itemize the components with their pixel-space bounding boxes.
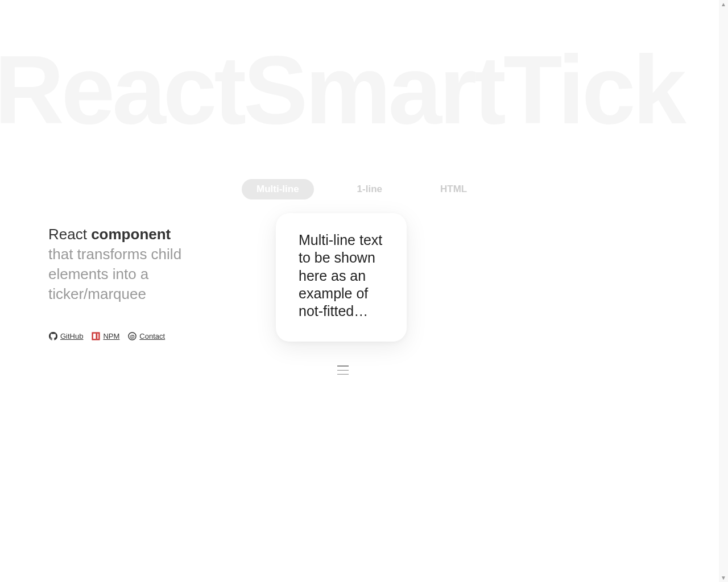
description-prefix: React xyxy=(48,226,91,243)
svg-text:@: @ xyxy=(130,334,135,339)
right-panel: Multi-line 1-line HTML Multi-line text t… xyxy=(196,179,728,375)
contact-label: Contact xyxy=(139,332,165,340)
npm-icon xyxy=(91,331,100,340)
github-icon xyxy=(48,331,57,340)
content-wrapper: React component that transforms child el… xyxy=(0,0,728,375)
description-bold: component xyxy=(91,226,171,243)
tabs: Multi-line 1-line HTML xyxy=(242,179,728,199)
npm-link[interactable]: NPM xyxy=(91,331,119,340)
github-label: GitHub xyxy=(60,332,83,340)
description: React component that transforms child el… xyxy=(48,225,196,304)
menu-line xyxy=(337,370,349,371)
tab-one-line[interactable]: 1-line xyxy=(342,179,397,199)
example-card: Multi-line text to be shown here as an e… xyxy=(276,213,407,342)
menu-icon[interactable] xyxy=(337,365,349,375)
tab-multi-line[interactable]: Multi-line xyxy=(242,179,314,199)
tab-html[interactable]: HTML xyxy=(425,179,482,199)
description-rest: that transforms child elements into a ti… xyxy=(48,246,181,302)
left-panel: React component that transforms child el… xyxy=(48,179,196,375)
menu-line xyxy=(337,374,349,375)
card-text: Multi-line text to be shown here as an e… xyxy=(299,231,384,320)
links-row: GitHub NPM @ xyxy=(48,331,196,340)
svg-rect-2 xyxy=(96,334,97,339)
github-link[interactable]: GitHub xyxy=(48,331,83,340)
contact-icon: @ xyxy=(127,331,136,340)
npm-label: NPM xyxy=(103,332,119,340)
menu-line xyxy=(337,365,349,367)
contact-link[interactable]: @ Contact xyxy=(127,331,165,340)
scrollbar-down-icon[interactable]: ▼ xyxy=(721,575,726,581)
